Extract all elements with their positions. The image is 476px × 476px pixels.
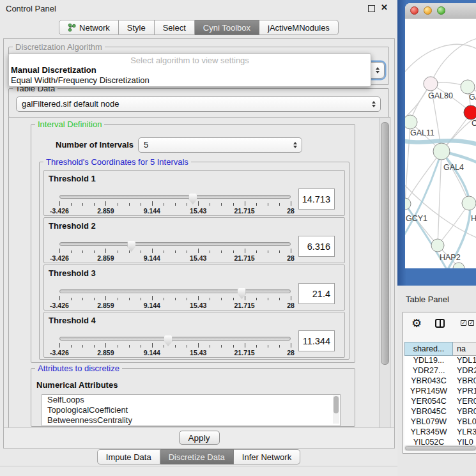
numerical-attributes-list[interactable]: SelfLoopsTopologicalCoefficientBetweenne… xyxy=(42,394,341,426)
threshold-1-slider[interactable]: -3.4262.8599.14415.4321.71528 xyxy=(59,194,291,215)
table-panel: Table Panel ⚙ ✓ ✓ shared... na YDL19...Y… xyxy=(397,286,476,476)
tab-infer-network[interactable]: Infer Network xyxy=(234,449,300,464)
cell-shared-name[interactable]: YIL052C xyxy=(404,438,453,445)
network-node[interactable] xyxy=(405,198,411,210)
table-row[interactable]: YIL052CYIL0 xyxy=(404,438,476,445)
number-of-intervals-combobox[interactable]: 5 xyxy=(138,137,302,153)
float-window-icon[interactable] xyxy=(368,5,375,12)
threshold-4-slider[interactable]: -3.4262.8599.14415.4321.71528 xyxy=(59,335,291,357)
table-row[interactable]: YBR043CYBR0 xyxy=(404,376,476,387)
threshold-3-slider[interactable]: -3.4262.8599.14415.4321.71528 xyxy=(59,288,291,310)
cell-shared-name[interactable]: YLR345W xyxy=(404,427,453,438)
network-node[interactable] xyxy=(464,105,476,119)
slider-track[interactable] xyxy=(59,242,291,246)
dropdown-item-manual-discretization[interactable]: Manual Discretization xyxy=(11,65,96,75)
checkbox-checked-icon[interactable]: ✓ xyxy=(468,320,474,326)
network-node-label: GAL80 xyxy=(428,91,453,100)
column-header-name[interactable]: na xyxy=(453,342,476,356)
cell-name[interactable]: YPR1 xyxy=(453,387,476,397)
network-node[interactable] xyxy=(424,77,438,91)
cell-name[interactable]: YBL0 xyxy=(453,417,476,427)
tab-jactivemnodules[interactable]: jActiveMNodules xyxy=(259,20,339,35)
slider-track[interactable] xyxy=(59,195,291,199)
slider-track[interactable] xyxy=(59,289,291,293)
panel-title: Control Panel xyxy=(6,4,56,13)
cell-name[interactable]: YIL0 xyxy=(453,438,476,445)
cell-name[interactable]: YDL1 xyxy=(453,356,476,366)
zoom-window-icon[interactable] xyxy=(437,6,445,15)
cell-name[interactable]: YDR2 xyxy=(453,366,476,376)
split-view-icon[interactable] xyxy=(435,319,445,328)
close-icon[interactable]: ✕ xyxy=(381,3,388,12)
cyni-mode-tabs: Impute Data Discretize Data Infer Networ… xyxy=(0,449,397,464)
tick-mark xyxy=(221,203,222,206)
table-panel-title: Table Panel xyxy=(406,295,449,304)
cell-name[interactable]: YBR0 xyxy=(453,376,476,387)
network-node[interactable] xyxy=(431,239,444,252)
slider-track[interactable] xyxy=(59,337,291,341)
threshold-2-slider[interactable]: -3.4262.8599.14415.4321.71528 xyxy=(59,241,291,263)
tick-mark xyxy=(94,345,95,348)
network-window-titlebar[interactable] xyxy=(405,3,476,19)
settings-scrollbar-thumb[interactable] xyxy=(381,122,389,365)
tab-label: Infer Network xyxy=(242,452,291,462)
close-window-icon[interactable] xyxy=(410,6,418,15)
settings-scrollbar[interactable] xyxy=(379,118,389,427)
tab-style[interactable]: Style xyxy=(119,20,155,35)
network-node[interactable] xyxy=(461,80,475,94)
table-row[interactable]: YBR045CYBR0 xyxy=(404,407,476,417)
network-node[interactable] xyxy=(433,143,450,160)
table-row[interactable]: YDL19...YDL1 xyxy=(404,356,476,366)
table-row[interactable]: YPR145WYPR1 xyxy=(404,387,476,397)
tick-mark xyxy=(152,201,153,206)
apply-button[interactable]: Apply xyxy=(179,431,220,445)
network-canvas[interactable]: GAL80GACGAL11GAL4GCY1HHAP2 xyxy=(405,19,476,268)
cell-shared-name[interactable]: YDL19... xyxy=(404,356,453,366)
table-row[interactable]: YLR345WYLR3 xyxy=(404,427,476,438)
tick-mark xyxy=(187,203,187,206)
numerical-attribute-item[interactable]: BetweennessCentrality xyxy=(42,415,340,426)
threshold-2-value-field[interactable]: 6.316 xyxy=(298,236,335,257)
table-data-combobox[interactable]: galFiltered.sif default node xyxy=(16,96,381,112)
tab-select[interactable]: Select xyxy=(155,20,195,35)
cell-name[interactable]: YLR3 xyxy=(453,427,476,438)
tab-cyni-toolbox[interactable]: Cyni Toolbox xyxy=(195,20,259,35)
numerical-attributes-label: Numerical Attributes xyxy=(36,380,118,390)
cell-shared-name[interactable]: YPR145W xyxy=(404,387,453,397)
network-node[interactable] xyxy=(462,196,476,210)
tick-mark xyxy=(198,249,199,253)
tick-mark xyxy=(187,250,187,253)
checkbox-checked-icon[interactable]: ✓ xyxy=(461,320,466,326)
dropdown-item-equal-width-frequency[interactable]: Equal Width/Frequency Discretization xyxy=(11,75,150,85)
threshold-1-value-field[interactable]: 14.713 xyxy=(298,188,335,210)
minimize-window-icon[interactable] xyxy=(424,6,432,15)
list-scrollbar-thumb[interactable] xyxy=(334,396,339,413)
tab-impute-data[interactable]: Impute Data xyxy=(97,449,160,464)
column-header-shared-name[interactable]: shared... xyxy=(404,342,453,356)
tab-network[interactable]: Network xyxy=(59,20,119,35)
tab-discretize-data[interactable]: Discretize Data xyxy=(160,449,234,464)
table-horizontal-scrollbar[interactable] xyxy=(404,445,476,451)
gear-icon[interactable]: ⚙ xyxy=(411,316,422,330)
threshold-3-panel: Threshold 3 -3.4262.8599.14415.4321.7152… xyxy=(43,265,345,311)
list-scrollbar[interactable] xyxy=(333,395,339,424)
cell-shared-name[interactable]: YBR043C xyxy=(404,376,453,387)
threshold-3-value-field[interactable]: 21.4 xyxy=(298,283,335,304)
number-of-intervals-value: 5 xyxy=(144,138,148,152)
cell-shared-name[interactable]: YBL079W xyxy=(404,417,453,427)
cell-name[interactable]: YER0 xyxy=(453,397,476,407)
table-row[interactable]: YER054CYER0 xyxy=(404,397,476,407)
cell-name[interactable]: YBR0 xyxy=(453,407,476,417)
cell-shared-name[interactable]: YBR045C xyxy=(404,407,453,417)
cell-shared-name[interactable]: YDR27... xyxy=(404,366,453,376)
table-row[interactable]: YBL079WYBL0 xyxy=(404,417,476,427)
cell-shared-name[interactable]: YER054C xyxy=(404,397,453,407)
network-node[interactable] xyxy=(405,115,417,129)
tab-label: Cyni Toolbox xyxy=(203,23,250,33)
numerical-attribute-item[interactable]: TopologicalCoefficient xyxy=(42,405,340,415)
tick-mark xyxy=(175,250,176,253)
table-horizontal-scrollbar-thumb[interactable] xyxy=(405,446,476,450)
threshold-4-value-field[interactable]: 11.344 xyxy=(298,330,335,351)
numerical-attribute-item[interactable]: SelfLoops xyxy=(42,395,340,405)
table-row[interactable]: YDR27...YDR2 xyxy=(404,366,476,376)
